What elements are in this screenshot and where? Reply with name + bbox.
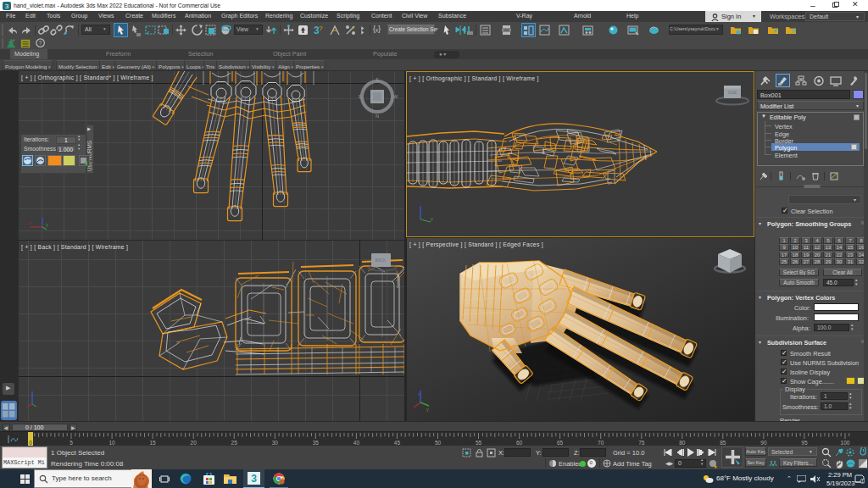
svg-text:60: 60 (516, 440, 523, 446)
svg-text:55: 55 (476, 440, 482, 446)
svg-text:1: 1 (861, 479, 864, 484)
svg-text:y: y (431, 216, 433, 221)
svg-text:35: 35 (313, 440, 320, 446)
svg-text:80: 80 (679, 440, 686, 446)
svg-text:x: x (29, 220, 31, 225)
svg-text:5: 5 (70, 440, 73, 446)
svg-text:0: 0 (29, 440, 32, 446)
svg-text:?: ? (38, 40, 42, 46)
svg-text:z: z (418, 391, 420, 396)
svg-text:3: 3 (5, 3, 9, 10)
svg-text:3: 3 (251, 473, 257, 485)
svg-text:?: ? (352, 25, 355, 30)
svg-text:50: 50 (435, 440, 442, 446)
svg-text:20: 20 (191, 440, 198, 446)
svg-text:y: y (426, 407, 429, 412)
svg-text:E: E (359, 94, 362, 99)
svg-text:100: 100 (841, 440, 850, 446)
svg-text:W: W (393, 94, 398, 99)
svg-text:75: 75 (638, 440, 645, 446)
svg-text:10: 10 (108, 440, 115, 446)
svg-text:65: 65 (557, 440, 564, 446)
svg-text:95: 95 (801, 440, 808, 446)
svg-text:30: 30 (272, 440, 279, 446)
svg-text:N: N (376, 114, 379, 119)
svg-text:?: ? (319, 25, 323, 32)
svg-text:70: 70 (598, 440, 604, 446)
svg-text:85: 85 (720, 440, 726, 446)
svg-text:25: 25 (231, 440, 238, 446)
svg-text:90: 90 (760, 440, 767, 446)
svg-text:45: 45 (394, 440, 401, 446)
svg-text:15: 15 (149, 440, 156, 446)
svg-text:S: S (376, 77, 379, 82)
svg-text:SIDE: SIDE (728, 91, 737, 95)
svg-text:BACK: BACK (376, 258, 386, 263)
svg-text:y: y (46, 222, 48, 227)
svg-text:40: 40 (353, 440, 360, 446)
